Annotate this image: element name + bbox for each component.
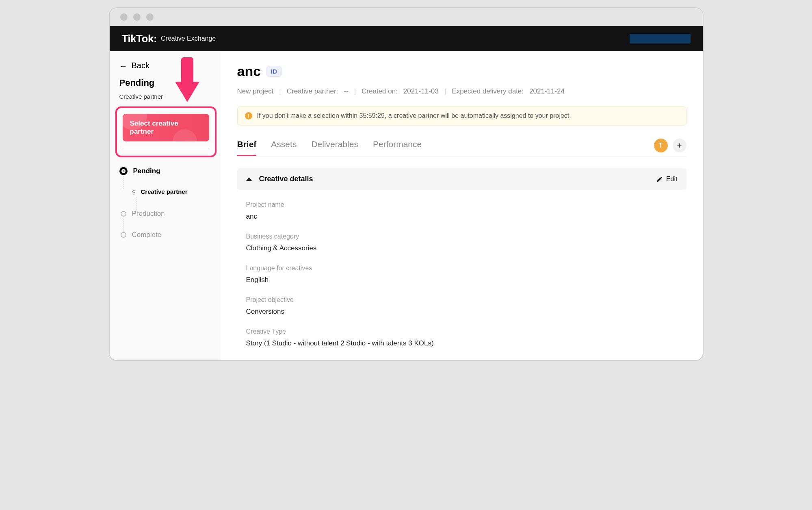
tabs-actions: T + — [654, 139, 686, 156]
meta-partner-label: Creative partner: — [287, 87, 338, 95]
tabs-row: Brief Assets Deliverables Performance T … — [237, 139, 686, 157]
caret-up-icon — [246, 177, 252, 181]
field-value: anc — [246, 213, 678, 221]
cta-label: Select creative partner — [130, 119, 178, 135]
timeline-step-production[interactable]: Production — [119, 210, 215, 231]
clock-icon — [119, 167, 128, 175]
separator: | — [279, 87, 281, 95]
sidebar-subheading: Creative partner — [115, 93, 219, 106]
field-language: Language for creatives English — [246, 265, 678, 284]
brand: TikTok: Creative Exchange — [122, 33, 216, 45]
tab-assets[interactable]: Assets — [271, 139, 297, 156]
window-titlebar — [110, 8, 703, 26]
meta-expected-value: 2021-11-24 — [529, 87, 565, 95]
panel-header-left: Creative details — [246, 175, 313, 183]
annotation-highlight-box: Select creative partner — [115, 106, 217, 157]
progress-timeline: Pending Creative partner Production Comp… — [115, 157, 219, 252]
app-window: TikTok: Creative Exchange ← Back Pending… — [110, 8, 703, 360]
field-label: Business category — [246, 233, 678, 240]
sidebar: ← Back Pending Creative partner Select c… — [110, 51, 219, 360]
project-title: anc — [237, 63, 261, 79]
timeline-label: Creative partner — [141, 188, 188, 195]
field-value: English — [246, 276, 678, 284]
field-label: Project name — [246, 201, 678, 208]
dot-icon — [132, 190, 135, 193]
add-button[interactable]: + — [673, 139, 686, 152]
window-dot — [133, 13, 141, 21]
decorative-circle-icon — [173, 129, 197, 141]
panel-header[interactable]: Creative details Edit — [237, 168, 686, 190]
field-value: Clothing & Accessories — [246, 244, 678, 252]
project-meta-row: New project | Creative partner: -- | Cre… — [237, 87, 686, 95]
separator: | — [354, 87, 356, 95]
field-creative-type: Creative Type Story (1 Studio - without … — [246, 328, 678, 347]
field-objective: Project objective Conversions — [246, 296, 678, 316]
field-value: Story (1 Studio - without talent 2 Studi… — [246, 339, 678, 347]
title-row: anc ID — [237, 63, 686, 79]
meta-expected-label: Expected delivery date: — [452, 87, 524, 95]
tab-performance[interactable]: Performance — [373, 139, 422, 156]
meta-partner-value: -- — [344, 87, 348, 95]
alert-text: If you don't make a selection within 35:… — [257, 112, 571, 119]
meta-created-label: Created on: — [362, 87, 398, 95]
edit-label: Edit — [666, 176, 678, 183]
select-creative-partner-button[interactable]: Select creative partner — [123, 114, 209, 141]
main-content: anc ID New project | Creative partner: -… — [219, 51, 703, 360]
edit-button[interactable]: Edit — [656, 176, 678, 183]
back-label: Back — [132, 61, 149, 70]
pencil-icon — [656, 176, 663, 182]
warning-icon: ! — [245, 112, 252, 119]
timeline-step-complete[interactable]: Complete — [119, 231, 215, 252]
header-redacted-area — [630, 34, 691, 43]
meta-created-value: 2021-11-03 — [403, 87, 439, 95]
brand-subtitle: Creative Exchange — [161, 35, 216, 42]
id-chip[interactable]: ID — [266, 66, 281, 77]
tab-deliverables[interactable]: Deliverables — [311, 139, 358, 156]
timeline-step-pending[interactable]: Pending — [119, 167, 215, 188]
timeline-label: Pending — [133, 167, 160, 175]
field-value: Conversions — [246, 308, 678, 316]
field-label: Project objective — [246, 296, 678, 304]
field-project-name: Project name anc — [246, 201, 678, 221]
window-dot — [146, 13, 154, 21]
back-button[interactable]: ← Back — [115, 59, 219, 78]
divider — [123, 148, 209, 148]
circle-open-icon — [121, 211, 126, 217]
brand-title: TikTok: — [122, 33, 157, 45]
separator: | — [444, 87, 446, 95]
annotation-arrow-down-icon — [176, 57, 199, 102]
panel-title: Creative details — [259, 175, 313, 183]
selection-deadline-alert: ! If you don't make a selection within 3… — [237, 106, 686, 126]
timeline-substep-creative-partner[interactable]: Creative partner — [119, 188, 215, 210]
plus-icon: + — [677, 141, 682, 150]
app-body: ← Back Pending Creative partner Select c… — [110, 51, 703, 360]
field-business-category: Business category Clothing & Accessories — [246, 233, 678, 252]
meta-status: New project — [237, 87, 274, 95]
window-dot — [120, 13, 128, 21]
app-header: TikTok: Creative Exchange — [110, 26, 703, 51]
tab-brief[interactable]: Brief — [237, 139, 257, 156]
user-avatar[interactable]: T — [654, 139, 668, 152]
creative-details-panel: Creative details Edit Project name anc B… — [237, 168, 686, 347]
sidebar-heading: Pending — [115, 78, 219, 93]
timeline-label: Production — [132, 210, 165, 218]
timeline-label: Complete — [132, 231, 162, 239]
tabs: Brief Assets Deliverables Performance — [237, 139, 422, 156]
circle-open-icon — [121, 232, 126, 238]
field-label: Creative Type — [246, 328, 678, 335]
field-label: Language for creatives — [246, 265, 678, 272]
arrow-left-icon: ← — [119, 62, 128, 70]
fields-list: Project name anc Business category Cloth… — [237, 190, 686, 347]
